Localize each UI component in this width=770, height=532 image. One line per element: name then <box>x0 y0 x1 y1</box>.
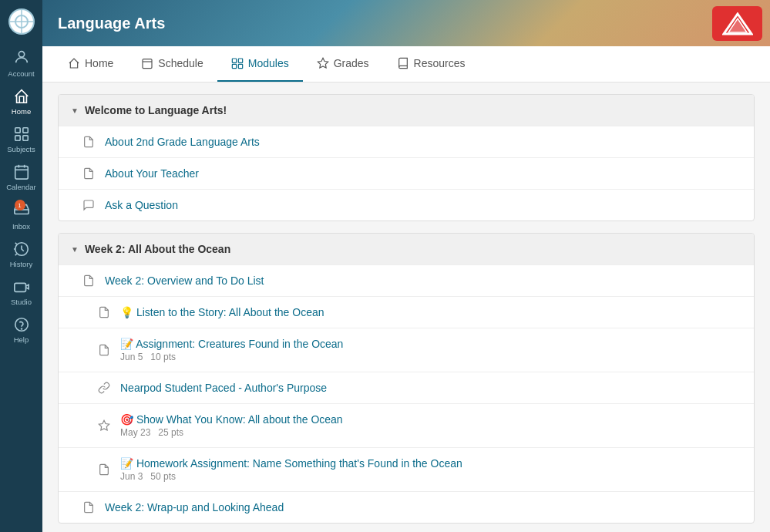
tab-schedule[interactable]: Schedule <box>127 46 217 82</box>
tab-grades-label: Grades <box>334 57 369 69</box>
svg-point-17 <box>21 328 22 329</box>
sidebar: Account Home Subjects Calendar <box>0 0 42 532</box>
module-welcome-header[interactable]: ▼ Welcome to Language Arts! <box>59 95 754 126</box>
sidebar-label-help: Help <box>14 335 29 344</box>
tab-resources-label: Resources <box>414 57 466 69</box>
tab-resources[interactable]: Resources <box>383 46 479 82</box>
subjects-icon <box>13 126 30 143</box>
studio-icon <box>13 278 30 295</box>
svg-marker-19 <box>728 19 747 32</box>
logo-icon <box>722 12 753 35</box>
tab-grades[interactable]: Grades <box>303 46 383 82</box>
calendar-icon <box>13 163 30 180</box>
tab-home-label: Home <box>85 57 113 69</box>
sidebar-item-inbox[interactable]: 1 Inbox <box>0 195 42 234</box>
item-homework[interactable]: 📝 Homework Assignment: Name Something th… <box>59 447 754 491</box>
item-show-what[interactable]: 🎯 Show What You Know: All about the Ocea… <box>59 403 754 447</box>
svg-rect-6 <box>22 128 27 133</box>
resources-tab-icon <box>397 57 409 69</box>
app-logo[interactable] <box>0 0 42 42</box>
item-homework-meta: Jun 3 50 pts <box>120 471 462 482</box>
home-icon <box>13 88 30 105</box>
nav-tabs: Home Schedule Modules Grades Resour <box>42 46 770 82</box>
svg-rect-15 <box>14 283 25 291</box>
rocket-icon <box>97 419 111 432</box>
module-welcome-title: Welcome to Language Arts! <box>85 104 227 116</box>
speech-icon <box>82 199 96 211</box>
sidebar-item-home[interactable]: Home <box>0 82 42 120</box>
sidebar-item-calendar[interactable]: Calendar <box>0 157 42 195</box>
module-welcome: ▼ Welcome to Language Arts! About 2nd Gr… <box>58 94 755 221</box>
svg-rect-22 <box>232 59 236 62</box>
svg-rect-20 <box>143 59 152 69</box>
course-title: Language Arts <box>58 15 165 32</box>
svg-rect-9 <box>15 167 28 180</box>
doc-icon <box>82 136 96 148</box>
item-homework-title: 📝 Homework Assignment: Name Something th… <box>120 457 462 470</box>
item-about-teacher-title: About Your Teacher <box>105 167 199 180</box>
tab-home[interactable]: Home <box>54 46 127 82</box>
module-week2-header[interactable]: ▼ Week 2: All About the Ocean <box>59 234 754 264</box>
main-content: Language Arts Home Schedule <box>42 0 770 532</box>
home-tab-icon <box>68 57 80 69</box>
item-nearpod-title: Nearpod Student Paced - Author's Purpose <box>120 382 327 394</box>
item-creatures-meta: Jun 5 10 pts <box>120 352 343 362</box>
sidebar-item-history[interactable]: History <box>0 234 42 272</box>
homework-icon <box>97 463 111 476</box>
item-wrapup[interactable]: Week 2: Wrap-up and Looking Ahead <box>59 491 754 523</box>
grades-tab-icon <box>317 57 329 69</box>
assignment-icon <box>97 344 111 356</box>
tab-schedule-label: Schedule <box>158 57 203 69</box>
svg-rect-25 <box>238 64 242 68</box>
account-icon <box>13 49 30 66</box>
course-banner: Language Arts <box>42 0 770 46</box>
sidebar-label-subjects: Subjects <box>7 145 35 153</box>
item-overview[interactable]: Week 2: Overview and To Do List <box>59 264 754 296</box>
item-show-what-meta: May 23 25 pts <box>120 427 343 438</box>
sidebar-item-studio[interactable]: Studio <box>0 272 42 310</box>
sidebar-label-home: Home <box>12 107 31 116</box>
doc-icon-wrapup <box>82 501 96 513</box>
history-icon <box>13 241 30 258</box>
item-ask-question[interactable]: Ask a Question <box>59 189 754 221</box>
item-wrapup-title: Week 2: Wrap-up and Looking Ahead <box>105 501 284 513</box>
link-icon <box>97 382 111 394</box>
sidebar-label-account: Account <box>8 69 34 78</box>
course-logo <box>712 6 762 41</box>
item-assignment-creatures[interactable]: 📝 Assignment: Creatures Found in the Oce… <box>59 328 754 372</box>
item-about-teacher[interactable]: About Your Teacher <box>59 157 754 189</box>
sidebar-item-subjects[interactable]: Subjects <box>0 120 42 157</box>
sidebar-label-studio: Studio <box>11 298 32 306</box>
svg-point-4 <box>18 52 24 57</box>
bulb-icon <box>97 306 111 318</box>
item-show-what-title: 🎯 Show What You Know: All about the Ocea… <box>120 413 343 426</box>
item-overview-title: Week 2: Overview and To Do List <box>105 274 264 287</box>
doc-icon-3 <box>82 274 96 287</box>
item-creatures-title: 📝 Assignment: Creatures Found in the Oce… <box>120 338 343 350</box>
sidebar-item-help[interactable]: Help <box>0 310 42 348</box>
collapse-icon: ▼ <box>71 106 79 115</box>
item-nearpod[interactable]: Nearpod Student Paced - Author's Purpose <box>59 372 754 403</box>
help-icon <box>13 316 30 333</box>
schedule-tab-icon <box>141 57 153 69</box>
sidebar-item-account[interactable]: Account <box>0 42 42 82</box>
item-listen-title: 💡 Listen to the Story: All About the Oce… <box>120 306 324 318</box>
svg-rect-8 <box>22 136 27 140</box>
tab-modules-label: Modules <box>248 57 289 69</box>
item-about-course[interactable]: About 2nd Grade Language Arts <box>59 126 754 157</box>
svg-marker-26 <box>318 58 328 68</box>
tab-modules[interactable]: Modules <box>217 46 303 82</box>
module-week2-title: Week 2: All About the Ocean <box>85 243 230 255</box>
module-week2: ▼ Week 2: All About the Ocean Week 2: Ov… <box>58 233 755 524</box>
svg-rect-23 <box>238 59 242 62</box>
item-ask-question-title: Ask a Question <box>105 199 178 211</box>
sidebar-label-calendar: Calendar <box>6 183 36 191</box>
doc-icon-2 <box>82 167 96 180</box>
collapse-icon-2: ▼ <box>71 245 79 254</box>
svg-rect-7 <box>15 136 19 140</box>
item-listen-story[interactable]: 💡 Listen to the Story: All About the Oce… <box>59 296 754 328</box>
svg-rect-24 <box>232 64 236 68</box>
modules-tab-icon <box>231 57 244 69</box>
inbox-badge: 1 <box>15 200 25 210</box>
sidebar-label-inbox: Inbox <box>12 222 30 231</box>
